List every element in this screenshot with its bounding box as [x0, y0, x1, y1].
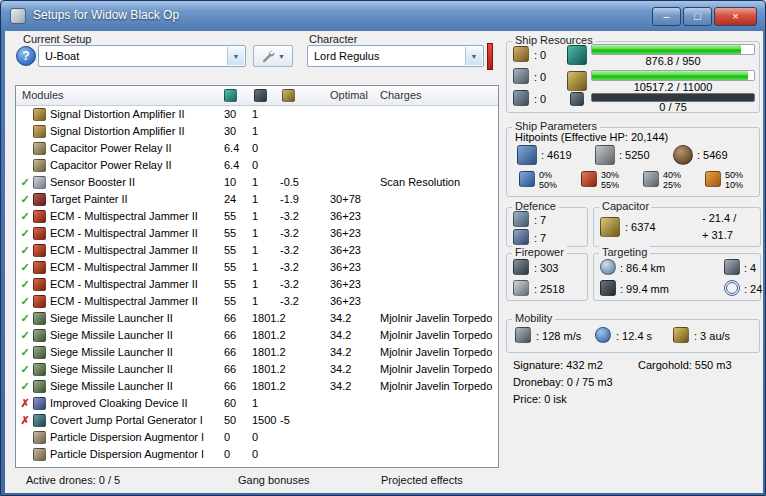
module-optimal: 34.2	[330, 344, 351, 361]
kinetic-resist-armor: 25%	[663, 180, 681, 190]
table-row[interactable]: ✓Target Painter II241-1.930+78	[16, 191, 498, 208]
charges-column-header[interactable]: Charges	[380, 86, 422, 105]
offline-x-icon: ✗	[18, 395, 32, 412]
chevron-down-icon: ▼	[278, 53, 285, 60]
table-row[interactable]: ✓ECM - Multispectral Jammer II551-3.236+…	[16, 276, 498, 293]
module-optimal: 34.2	[330, 327, 351, 344]
module-name: ECM - Multispectral Jammer II	[50, 259, 198, 276]
module-optimal: 36+23	[330, 208, 361, 225]
module-name: Sensor Booster II	[50, 174, 135, 191]
optimal-column-header[interactable]: Optimal	[330, 86, 368, 105]
reinforced-tank-icon	[513, 211, 529, 227]
module-name: Capacitor Power Relay II	[50, 157, 172, 174]
module-icon	[33, 448, 46, 461]
setup-combobox[interactable]: U-Boat ▼	[38, 45, 246, 67]
module-icon	[33, 380, 46, 393]
module-qty: 1	[252, 106, 258, 123]
module-qty: 1801.2	[252, 344, 286, 361]
module-qty: 1	[252, 191, 258, 208]
table-row[interactable]: Signal Distortion Amplifier II301	[16, 106, 498, 123]
table-row[interactable]: ✓ECM - Multispectral Jammer II551-3.236+…	[16, 225, 498, 242]
table-row[interactable]: Capacitor Power Relay II6.40	[16, 140, 498, 157]
module-cpu: 55	[224, 276, 236, 293]
explosive-resist-icon	[705, 171, 721, 187]
module-optimal: 30+78	[330, 191, 361, 208]
module-cap: -3.2	[280, 208, 299, 225]
module-cap: -3.2	[280, 225, 299, 242]
table-row[interactable]: ✓ECM - Multispectral Jammer II551-3.236+…	[16, 242, 498, 259]
module-optimal: 36+23	[330, 276, 361, 293]
module-name: Siege Missile Launcher II	[50, 361, 173, 378]
module-qty: 1	[252, 242, 258, 259]
module-qty: 1801.2	[252, 310, 286, 327]
chevron-down-icon[interactable]: ▼	[465, 47, 482, 65]
warp-speed: : 3 au/s	[694, 330, 730, 342]
table-row[interactable]: Capacitor Power Relay II6.40	[16, 157, 498, 174]
cpu-bar	[591, 44, 755, 55]
utility-free: : 0	[534, 93, 546, 105]
table-row[interactable]: Signal Distortion Amplifier II301	[16, 123, 498, 140]
table-row[interactable]: Particle Dispersion Augmentor I00	[16, 429, 498, 446]
hitpoints-label: Hitpoints (Effective HP: 20,144)	[515, 131, 668, 143]
module-charge: Scan Resolution	[380, 174, 460, 191]
module-cap: -3.2	[280, 293, 299, 310]
modules-table-header[interactable]: Modules Optimal Charges	[16, 86, 498, 106]
table-row[interactable]: ✓Siege Missile Launcher II661801.234.2Mj…	[16, 310, 498, 327]
powergrid-icon	[567, 71, 587, 91]
module-qty: 1	[252, 293, 258, 310]
module-qty: 0	[252, 157, 258, 174]
table-row[interactable]: ✗Improved Cloaking Device II601	[16, 395, 498, 412]
module-optimal: 34.2	[330, 378, 351, 395]
price: Price: 0 isk	[513, 393, 567, 405]
table-row[interactable]: ✗Covert Jump Portal Generator I501500-5	[16, 412, 498, 429]
tab-gang-bonuses[interactable]: Gang bonuses	[238, 474, 310, 486]
em-resist-armor: 50%	[539, 180, 557, 190]
cargohold: Cargohold: 550 m3	[638, 359, 732, 371]
maximize-button[interactable]: □	[683, 7, 712, 26]
active-check-icon: ✓	[18, 327, 32, 344]
sustained-tank-icon	[513, 229, 529, 245]
title-bar[interactable]: Setups for Widow Black Op – □ ×	[1, 1, 765, 31]
table-row[interactable]: ✓ECM - Multispectral Jammer II551-3.236+…	[16, 259, 498, 276]
module-charge: Mjolnir Javelin Torpedo	[380, 344, 492, 361]
module-cpu: 55	[224, 225, 236, 242]
cpu-icon[interactable]	[224, 89, 237, 102]
chevron-down-icon[interactable]: ▼	[227, 47, 244, 65]
module-optimal: 36+23	[330, 259, 361, 276]
quantity-icon[interactable]	[254, 89, 267, 102]
table-row[interactable]: ✓ECM - Multispectral Jammer II551-3.236+…	[16, 293, 498, 310]
module-name: Particle Dispersion Augmentor I	[50, 429, 204, 446]
module-qty: 1	[252, 225, 258, 242]
character-label: Character	[309, 33, 357, 45]
tab-projected-effects[interactable]: Projected effects	[381, 474, 463, 486]
close-button[interactable]: ×	[714, 7, 757, 26]
module-cpu: 24	[224, 191, 236, 208]
table-row[interactable]: ✓Siege Missile Launcher II661801.234.2Mj…	[16, 378, 498, 395]
tab-active-drones[interactable]: Active drones: 0 / 5	[26, 474, 120, 486]
module-cap: -5	[280, 412, 290, 429]
defence-value-2: : 7	[534, 232, 546, 244]
table-row[interactable]: ✓Siege Missile Launcher II661801.234.2Mj…	[16, 361, 498, 378]
module-cpu: 66	[224, 327, 236, 344]
character-combobox[interactable]: Lord Regulus ▼	[307, 45, 484, 67]
module-name: Siege Missile Launcher II	[50, 378, 173, 395]
minimize-button[interactable]: –	[652, 7, 681, 26]
module-name: Particle Dispersion Augmentor I	[50, 446, 204, 463]
module-cpu: 55	[224, 259, 236, 276]
module-icon	[33, 227, 46, 240]
table-row[interactable]: ✓Sensor Booster II101-0.5Scan Resolution	[16, 174, 498, 191]
table-row[interactable]: Particle Dispersion Augmentor I00	[16, 446, 498, 463]
capacitor-usage-icon[interactable]	[282, 89, 295, 102]
module-cpu: 0	[224, 446, 230, 463]
module-icon	[33, 346, 46, 359]
modules-column-header[interactable]: Modules	[22, 86, 64, 105]
module-name: Siege Missile Launcher II	[50, 310, 173, 327]
capacitor-recharge: + 31.7	[702, 229, 733, 241]
table-row[interactable]: ✓Siege Missile Launcher II661801.234.2Mj…	[16, 327, 498, 344]
help-button[interactable]: ?	[16, 46, 36, 66]
setup-tools-button[interactable]: ▼	[253, 45, 293, 67]
table-row[interactable]: ✓Siege Missile Launcher II661801.234.2Mj…	[16, 344, 498, 361]
table-row[interactable]: ✓ECM - Multispectral Jammer II551-3.236+…	[16, 208, 498, 225]
defence-group: Defence : 7 : 7	[506, 207, 588, 247]
ship-resources-group: Ship Resources : 0 : 0 : 0 876.8 / 950 1…	[506, 41, 760, 113]
